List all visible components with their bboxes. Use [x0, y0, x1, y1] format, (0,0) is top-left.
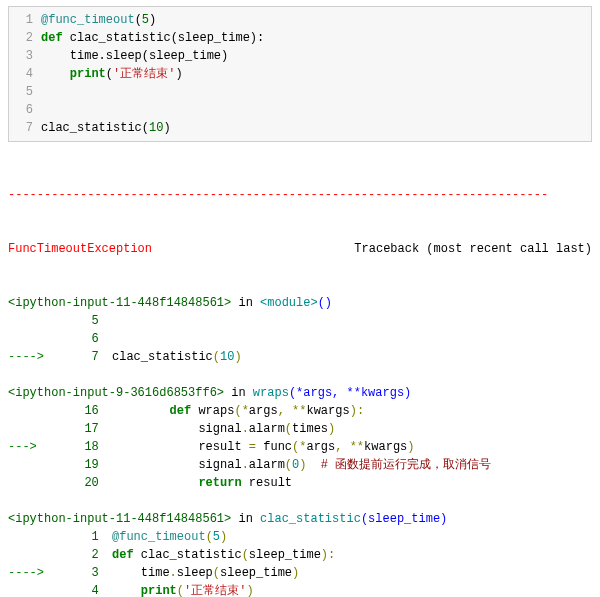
tb-line-number: 20: [54, 474, 112, 492]
code-line: 4 print('正常结束'): [9, 65, 591, 83]
code-line: 1@func_timeout(5): [9, 11, 591, 29]
tb-line-number: 3: [54, 564, 112, 582]
tb-line-number: 17: [54, 420, 112, 438]
arrow-indicator: ---->: [8, 348, 54, 366]
code-text: @func_timeout(5): [41, 11, 156, 29]
frame-location: <ipython-input-9-3616d6853ff6> in wraps(…: [8, 384, 592, 402]
line-number: 1: [9, 11, 41, 29]
exception-name: FuncTimeoutException: [8, 240, 152, 258]
traceback-line: 20 return result: [8, 474, 592, 492]
arrow-indicator: [8, 330, 54, 348]
tb-line-number: 4: [54, 582, 112, 597]
tb-code-text: signal.alarm(times): [112, 420, 335, 438]
tb-code-text: return result: [112, 474, 292, 492]
traceback-line: 19 signal.alarm(0) # 函数提前运行完成，取消信号: [8, 456, 592, 474]
frame-location: <ipython-input-11-448f14848561> in <modu…: [8, 294, 592, 312]
tb-line-number: 6: [54, 330, 112, 348]
traceback-line: 5: [8, 312, 592, 330]
tb-line-number: 19: [54, 456, 112, 474]
tb-code-text: signal.alarm(0) # 函数提前运行完成，取消信号: [112, 456, 491, 474]
code-line: 3 time.sleep(sleep_time): [9, 47, 591, 65]
line-number: 6: [9, 101, 41, 119]
traceback-line: 4 print('正常结束'): [8, 582, 592, 597]
code-text: time.sleep(sleep_time): [41, 47, 228, 65]
tb-line-number: 18: [54, 438, 112, 456]
tb-code-text: print('正常结束'): [112, 582, 254, 597]
tb-line-number: 1: [54, 528, 112, 546]
tb-code-text: def clac_statistic(sleep_time):: [112, 546, 335, 564]
code-text: print('正常结束'): [41, 65, 183, 83]
traceback-line: 6: [8, 330, 592, 348]
tb-code-text: @func_timeout(5): [112, 528, 227, 546]
traceback-header: FuncTimeoutException Traceback (most rec…: [8, 240, 592, 258]
tb-line-number: 2: [54, 546, 112, 564]
line-number: 4: [9, 65, 41, 83]
arrow-indicator: [8, 402, 54, 420]
code-text: def clac_statistic(sleep_time):: [41, 29, 264, 47]
line-number: 7: [9, 119, 41, 137]
arrow-indicator: --->: [8, 438, 54, 456]
traceback-line: 1 @func_timeout(5): [8, 528, 592, 546]
traceback-label: Traceback (most recent call last): [354, 240, 592, 258]
traceback-line: 16 def wraps(*args, **kwargs):: [8, 402, 592, 420]
arrow-indicator: [8, 546, 54, 564]
frame-location: <ipython-input-11-448f14848561> in clac_…: [8, 510, 592, 528]
code-line: 6: [9, 101, 591, 119]
line-number: 2: [9, 29, 41, 47]
traceback-line: 2 def clac_statistic(sleep_time):: [8, 546, 592, 564]
tb-code-text: def wraps(*args, **kwargs):: [112, 402, 364, 420]
arrow-indicator: ---->: [8, 564, 54, 582]
tb-line-number: 5: [54, 312, 112, 330]
tb-line-number: 7: [54, 348, 112, 366]
code-line: 7clac_statistic(10): [9, 119, 591, 137]
code-input-cell: 1@func_timeout(5)2def clac_statistic(sle…: [8, 6, 592, 142]
code-line: 2def clac_statistic(sleep_time):: [9, 29, 591, 47]
output-area: ----------------------------------------…: [0, 148, 600, 597]
traceback-line: ----> 3 time.sleep(sleep_time): [8, 564, 592, 582]
arrow-indicator: [8, 582, 54, 597]
line-number: 3: [9, 47, 41, 65]
traceback-line: ---> 18 result = func(*args, **kwargs): [8, 438, 592, 456]
tb-code-text: clac_statistic(10): [112, 348, 242, 366]
arrow-indicator: [8, 420, 54, 438]
code-text: clac_statistic(10): [41, 119, 171, 137]
traceback-line: ----> 7 clac_statistic(10): [8, 348, 592, 366]
tb-line-number: 16: [54, 402, 112, 420]
tb-code-text: time.sleep(sleep_time): [112, 564, 299, 582]
traceback-separator: ----------------------------------------…: [8, 186, 592, 204]
traceback-line: 17 signal.alarm(times): [8, 420, 592, 438]
arrow-indicator: [8, 528, 54, 546]
arrow-indicator: [8, 312, 54, 330]
tb-code-text: result = func(*args, **kwargs): [112, 438, 415, 456]
arrow-indicator: [8, 456, 54, 474]
arrow-indicator: [8, 474, 54, 492]
line-number: 5: [9, 83, 41, 101]
code-line: 5: [9, 83, 591, 101]
